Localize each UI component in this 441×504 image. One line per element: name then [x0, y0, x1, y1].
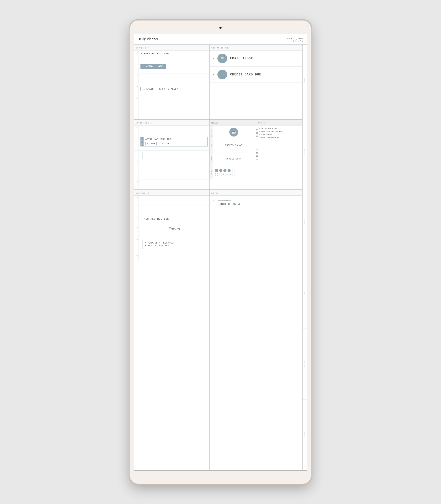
check-icon: ✓ [143, 65, 144, 68]
priority-item-0: ● ✉ EMAIL INBOX [210, 50, 302, 67]
camera [220, 27, 221, 29]
task-6 [256, 145, 300, 147]
water-cell [213, 166, 254, 179]
priority-list: ● ✉ EMAIL INBOX ● ▭ CREDIT CARD DUE [210, 50, 302, 91]
time-slot-4: 4 [134, 170, 209, 180]
side-tab-notes[interactable]: NOTES [302, 399, 307, 470]
side-tab-label-2019: 2019 [304, 78, 306, 82]
side-tab-april[interactable]: APRIL [302, 115, 307, 186]
meals-tasks-body: BREAKFAST ☕ LUNCH [210, 126, 302, 190]
dinner-content: "GRILL OUT" [226, 158, 242, 160]
tasks-col: PAY CREDIT CARD ORDER NEW COFFEE CUP PRI… [254, 126, 302, 190]
header-right: MAY 10, 2019 FRIDAY [286, 37, 304, 42]
notes-content: ● remember -PRINT OFF NOTES [210, 196, 302, 213]
water-dot-2 [219, 169, 222, 172]
water-dots-empty [215, 173, 235, 176]
notes-header: NOTES [210, 190, 302, 196]
task-12 [256, 162, 300, 164]
eve-content-9: focus [139, 226, 209, 238]
afternoon-slots: 12 1 CLASS ASTRO LAB (D [134, 126, 209, 190]
water-dot-3 [223, 169, 226, 172]
side-tab-pages[interactable]: PAGES [302, 328, 307, 399]
header-day: FRIDAY [286, 40, 304, 42]
afternoon-label: AFTERNOON [136, 122, 149, 124]
evening-section: EVENING ☽ 6 7 [134, 190, 210, 470]
time-1: 1 [134, 135, 139, 150]
coffee-icon: ☕ [229, 128, 238, 137]
priority-text-0: EMAIL INBOX [230, 57, 253, 60]
meals-tasks-section: MEALS TASKS [210, 120, 302, 190]
meals-label: MEALS [211, 122, 219, 124]
task-text-3: SUBMIT ASSIGNMENT [259, 136, 279, 138]
water-text: WATER [211, 170, 212, 175]
top-priorities-header: TOP PRIORITIES [210, 45, 302, 50]
time-content-9: EMAIL - REPLY TO KELLY - [139, 85, 209, 96]
water-dot-7 [219, 173, 222, 176]
eve-time-8: 8 [134, 216, 139, 226]
side-tab-label-may: MAY [304, 219, 306, 224]
morning-section: MORNING ☀ 6 • MORNING ROUTINE [134, 45, 210, 119]
email-reply: EMAIL - REPLY TO KELLY - [141, 87, 183, 91]
notes-remember: remember [218, 199, 241, 202]
checkbox-5[interactable] [256, 142, 258, 144]
side-tab-june[interactable]: JUNE [302, 257, 307, 328]
checkbox-3[interactable] [256, 136, 258, 138]
task-3: SUBMIT ASSIGNMENT [256, 136, 300, 138]
planner-screen: Daily Planner MAY 10, 2019 FRIDAY ≡ MORN… [134, 34, 307, 471]
class-end: 4:30P [161, 142, 171, 145]
water-dot-6 [215, 173, 218, 176]
eve-time-9: 9 [134, 226, 139, 238]
bottom-row: EVENING ☽ 6 7 [134, 190, 302, 470]
class-event: CLASS ASTRO LAB (DSN 155) 12:30P to 4:30… [141, 137, 208, 146]
time-7: 7 [134, 62, 139, 73]
task-5 [256, 142, 300, 144]
meals-col: BREAKFAST ☕ LUNCH [210, 126, 254, 190]
dinner-cell: "GRILL OUT" [213, 152, 254, 166]
top-priorities-section: TOP PRIORITIES ● ✉ EMAIL INBOX ● [210, 45, 302, 119]
checkbox-10[interactable] [256, 156, 258, 158]
water-dot-1 [215, 169, 218, 172]
notes-label: NOTES [211, 192, 219, 194]
checkbox-8[interactable] [256, 151, 258, 153]
time-content-4 [139, 170, 209, 179]
class-label: CLASS [141, 137, 143, 146]
checkbox-1[interactable] [256, 130, 258, 132]
tasks-label: TASKS [258, 122, 265, 124]
focus-item-1: • READ 2 CHAPTERS [145, 244, 204, 247]
checkbox-4[interactable] [256, 139, 258, 141]
evening-slots: 6 7 8 • NIGHTLY RO [134, 196, 209, 262]
time-slot-6: 6 • MORNING ROUTINE [134, 50, 209, 62]
notes-divider [218, 207, 241, 207]
bullet-0: ● [213, 57, 214, 59]
planner-header: Daily Planner MAY 10, 2019 FRIDAY ≡ [134, 34, 307, 45]
time-content-11 [139, 108, 209, 119]
planner-title: Daily Planner [137, 37, 158, 41]
checkbox-6[interactable] [256, 145, 258, 147]
yoga-class-box: ✓ YOGA CLASS [141, 64, 166, 69]
side-tab-may[interactable]: MAY [302, 186, 307, 257]
checkbox-9[interactable] [256, 154, 258, 156]
class-name: ASTRO LAB (DSN 155) [145, 138, 206, 141]
morning-slots: 6 • MORNING ROUTINE 7 ✓ [134, 50, 209, 119]
time-9: 9 [134, 85, 139, 96]
side-tab-2019[interactable]: 2019 [302, 45, 307, 115]
eve-content-11 [139, 253, 209, 262]
lunch-row: LUNCH CHEF'S SALAD [210, 139, 254, 152]
breakfast-row: BREAKFAST ☕ [210, 126, 254, 139]
task-4 [256, 139, 300, 141]
checkbox-2[interactable] [256, 133, 258, 135]
email-text: EMAIL - REPLY TO KELLY - [146, 88, 181, 90]
time-slot-10: 10 [134, 96, 209, 108]
time-2: 2 [134, 151, 139, 160]
eve-content-10: • "UNWIND + RECHARGE" • READ 2 CHAPTERS [139, 238, 209, 253]
tasks-header: TASKS [256, 120, 302, 125]
checkbox-11[interactable] [256, 159, 258, 161]
checkbox-0[interactable] [256, 128, 258, 130]
checkbox-12[interactable] [256, 162, 258, 164]
eve-slot-9: 9 focus [134, 226, 209, 238]
time-content-8 [139, 73, 209, 85]
side-tab-label-april: APRIL [304, 148, 306, 154]
checkbox-7[interactable] [256, 148, 258, 150]
time-11: 11 [134, 108, 139, 119]
time-slot-2: 2 [134, 151, 209, 160]
